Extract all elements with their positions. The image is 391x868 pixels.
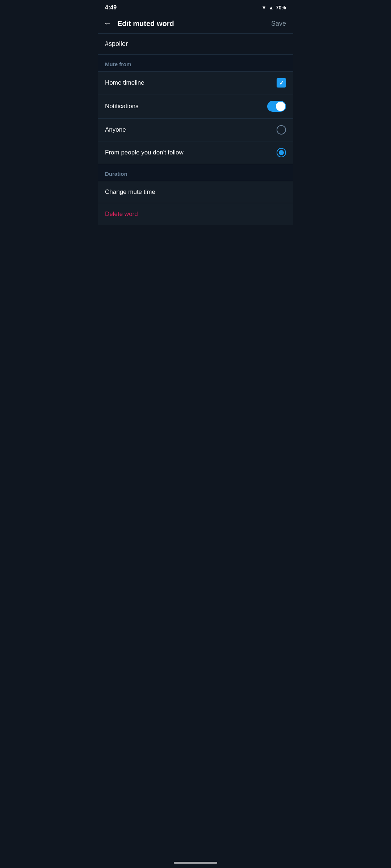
people-you-dont-follow-radio[interactable] xyxy=(277,148,286,157)
mute-from-title: Mute from xyxy=(105,61,131,67)
status-bar: 4:49 ▼ ▲ 70% xyxy=(98,0,293,14)
battery-icon: 70% xyxy=(276,5,286,10)
home-timeline-label: Home timeline xyxy=(105,79,144,86)
change-mute-time-item[interactable]: Change mute time xyxy=(98,181,293,203)
mute-from-section: Mute from Home timeline ✓ Notifications … xyxy=(98,55,293,164)
home-timeline-item[interactable]: Home timeline ✓ xyxy=(98,71,293,94)
anyone-radio[interactable] xyxy=(277,125,286,135)
signal-icon: ▲ xyxy=(269,5,274,10)
nav-bar: ← Edit muted word Save xyxy=(98,14,293,34)
page-title: Edit muted word xyxy=(117,20,174,28)
duration-header: Duration xyxy=(98,164,293,181)
bottom-nav-bar xyxy=(174,862,217,864)
delete-word-label: Delete word xyxy=(105,210,138,217)
status-icons: ▼ ▲ 70% xyxy=(261,5,286,10)
duration-section: Duration Change mute time Delete word xyxy=(98,164,293,225)
notifications-toggle[interactable] xyxy=(267,101,286,112)
mute-from-header: Mute from xyxy=(98,55,293,71)
toggle-thumb xyxy=(276,102,285,111)
people-you-dont-follow-label: From people you don't follow xyxy=(105,149,184,156)
save-button[interactable]: Save xyxy=(271,20,286,27)
change-mute-time-label: Change mute time xyxy=(105,188,155,195)
nav-left: ← Edit muted word xyxy=(104,19,174,28)
delete-word-item[interactable]: Delete word xyxy=(98,203,293,225)
wifi-icon: ▼ xyxy=(261,5,266,10)
notifications-item[interactable]: Notifications xyxy=(98,94,293,118)
back-button[interactable]: ← xyxy=(104,19,112,28)
notifications-label: Notifications xyxy=(105,103,139,110)
anyone-item[interactable]: Anyone xyxy=(98,118,293,141)
checkbox-checkmark: ✓ xyxy=(279,80,284,86)
muted-word-value[interactable]: #spoiler xyxy=(105,40,128,47)
home-timeline-checkbox[interactable]: ✓ xyxy=(277,78,286,88)
duration-title: Duration xyxy=(105,171,127,177)
status-time: 4:49 xyxy=(105,4,117,11)
word-input-row[interactable]: #spoiler xyxy=(98,34,293,55)
people-you-dont-follow-item[interactable]: From people you don't follow xyxy=(98,141,293,164)
anyone-label: Anyone xyxy=(105,126,126,133)
